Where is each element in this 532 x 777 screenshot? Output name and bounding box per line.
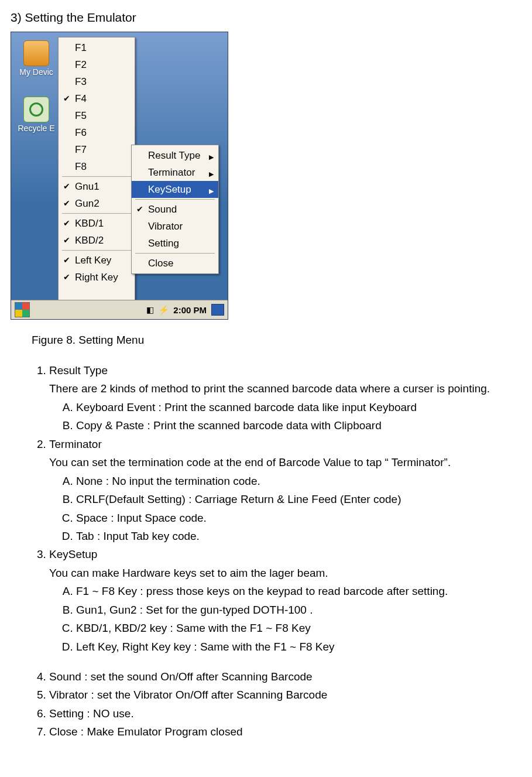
menu-item-gnu1[interactable]: Gnu1 [59,178,135,195]
start-button-icon[interactable] [15,302,30,317]
settings-menu: Result Type ▶ Terminator ▶ KeySetup ▶ So… [131,145,219,274]
list-item-desc: There are 2 kinds of method to print the… [49,380,521,397]
list-item-sound: Sound : set the sound On/Off after Scann… [49,668,521,685]
menu-separator [135,199,215,200]
desktop-icon-my-device[interactable]: My Devic [16,40,57,77]
figure-caption: Figure 8. Setting Menu [32,334,521,347]
sublist-item: Keyboard Event : Print the scanned barco… [76,399,521,416]
desktop-icon-recycle-bin[interactable]: Recycle E [16,97,57,133]
sublist-item: Space : Input Space code. [76,509,521,526]
menu-separator [62,213,131,214]
menu-item-f4[interactable]: F4 [59,90,135,107]
menu-item-gun2[interactable]: Gun2 [59,195,135,212]
menu-item-vibrator[interactable]: Vibrator [132,218,218,235]
recycle-icon [23,97,49,122]
power-icon[interactable]: ⚡ [159,305,169,314]
list-item-setting: Setting : NO use. [49,705,521,722]
menu-item-kbd1[interactable]: KBD/1 [59,215,135,232]
menu-item-label: Result Type [148,150,200,161]
list-item-close: Close : Make Emulator Program closed [49,723,521,740]
menu-item-terminator[interactable]: Terminator ▶ [132,164,218,181]
menu-item-label: KeySetup [148,184,191,195]
menu-item-left-key[interactable]: Left Key [59,252,135,269]
list-item-terminator: Terminator You can set the termination c… [49,436,521,545]
menu-item-kbd2[interactable]: KBD/2 [59,232,135,249]
settings-description-list: Result Type There are 2 kinds of method … [32,362,521,741]
emulator-screenshot: My Devic Recycle E F1 F2 F3 F4 F5 F6 F7 … [11,32,228,320]
menu-item-result-type[interactable]: Result Type ▶ [132,147,218,164]
list-item-title: Result Type [49,364,108,376]
sublist-item: KBD/1, KBD/2 key : Same with the F1 ~ F8… [76,619,521,636]
sip-icon[interactable]: ◧ [146,305,154,314]
desktop-icon-label: My Devic [16,67,57,77]
sublist-item: F1 ~ F8 Key : press those keys on the ke… [76,583,521,600]
sublist-item: CRLF(Default Setting) : Carriage Return … [76,491,521,508]
sublist-item: Copy & Paste : Print the scanned barcode… [76,417,521,434]
menu-item-right-key[interactable]: Right Key [59,269,135,286]
list-item-title: Terminator [49,438,102,450]
list-item-desc: You can make Hardware keys set to aim th… [49,564,521,581]
sublist-item: Tab : Input Tab key code. [76,528,521,545]
menu-item-label: Terminator [148,167,195,178]
menu-item-f3[interactable]: F3 [59,73,135,90]
submenu-arrow-icon: ▶ [209,150,214,164]
sublist-item: None : No input the termination code. [76,473,521,490]
taskbar: ◧ ⚡ 2:00 PM [11,300,228,319]
list-item-result-type: Result Type There are 2 kinds of method … [49,362,521,434]
pda-icon [23,40,49,66]
list-item-title: KeySetup [49,548,97,560]
taskbar-clock[interactable]: 2:00 PM [173,305,207,315]
menu-item-f1[interactable]: F1 [59,39,135,56]
desktop-icon-label: Recycle E [16,124,57,133]
sublist-item: Left Key, Right Key key : Same with the … [76,638,521,655]
menu-item-f5[interactable]: F5 [59,107,135,124]
desktop-tray-icon[interactable] [211,304,224,316]
submenu-arrow-icon: ▶ [209,184,214,198]
sublist-item: Gun1, Gun2 : Set for the gun-typed DOTH-… [76,601,521,618]
menu-item-f6[interactable]: F6 [59,124,135,141]
menu-item-f7[interactable]: F7 [59,141,135,158]
menu-item-f2[interactable]: F2 [59,56,135,73]
menu-item-setting[interactable]: Setting [132,235,218,252]
menu-separator [62,176,131,177]
menu-item-close[interactable]: Close [132,255,218,272]
list-item-desc: You can set the termination code at the … [49,454,521,471]
section-heading: 3) Setting the Emulator [11,11,521,25]
menu-separator [135,253,215,254]
menu-item-f8[interactable]: F8 [59,158,135,175]
menu-separator [62,250,131,251]
list-item-keysetup: KeySetup You can make Hardware keys set … [49,546,521,667]
keysetup-submenu: F1 F2 F3 F4 F5 F6 F7 F8 Gnu1 Gun2 KBD/1 … [58,37,135,313]
menu-item-sound[interactable]: Sound [132,201,218,218]
list-item-vibrator: Vibrator : set the Vibrator On/Off after… [49,686,521,703]
menu-item-keysetup[interactable]: KeySetup ▶ [132,181,218,198]
submenu-arrow-icon: ▶ [209,167,214,181]
